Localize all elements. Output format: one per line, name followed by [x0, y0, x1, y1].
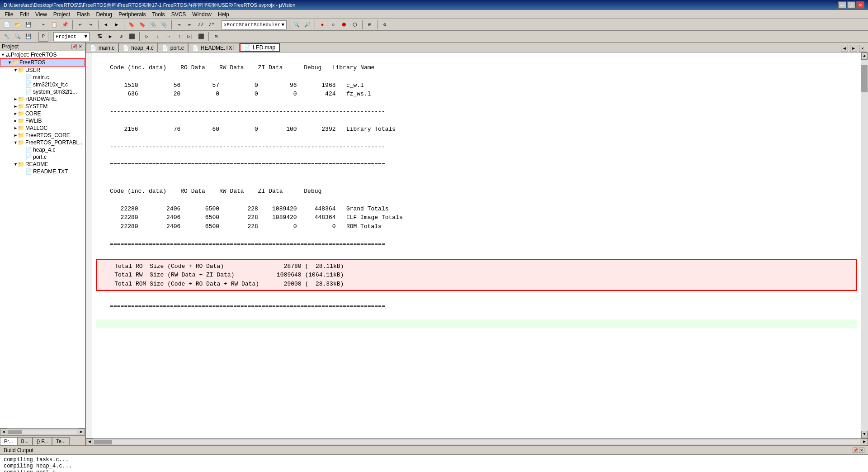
tree-item-user[interactable]: ▼ 📁 USER	[0, 67, 85, 74]
tb-bookmark[interactable]: 🔖	[127, 20, 137, 30]
tree-item-readme-folder[interactable]: ▼ 📁 README	[0, 161, 85, 168]
menu-edit[interactable]: Edit	[17, 11, 32, 18]
menu-file[interactable]: File	[2, 11, 16, 18]
tb2-run-cursor[interactable]: ▷|	[185, 32, 195, 42]
hscroll-track[interactable]	[94, 440, 860, 444]
editor-scroll-content[interactable]: Code (inc. data) RO Data RW Data ZI Data…	[86, 52, 861, 438]
tb-undo[interactable]: ↩	[75, 20, 85, 30]
tb2-stop[interactable]: ⬛	[127, 32, 137, 42]
tb2-mem[interactable]: M	[211, 32, 221, 42]
tb-cut[interactable]: ✂	[38, 20, 48, 30]
maximize-button[interactable]: □	[847, 1, 855, 9]
tb2-debug-start[interactable]: ▷	[142, 32, 152, 42]
tab-led-map[interactable]: 📄 LED.map	[240, 43, 280, 52]
tb-paste[interactable]: 📌	[60, 20, 70, 30]
vscroll-track[interactable]	[861, 60, 868, 431]
tree-item-readme-txt[interactable]: 📄 README.TXT	[0, 168, 85, 175]
menu-project[interactable]: Project	[51, 11, 73, 18]
tb-bookmark2[interactable]: 🔖	[137, 20, 147, 30]
tb-window[interactable]: ⊞	[365, 20, 375, 30]
tb2-save-all[interactable]: 💾	[24, 32, 33, 42]
tb-bookmark3[interactable]: 📎	[148, 20, 158, 30]
menu-peripherals[interactable]: Peripherals	[116, 11, 149, 18]
tb2-1[interactable]: 🔧	[2, 32, 12, 42]
menu-tools[interactable]: Tools	[150, 11, 168, 18]
tb-build2[interactable]: ○	[328, 20, 338, 30]
tree-item-main-c[interactable]: 📄 main.c	[0, 74, 85, 81]
tab-heap4-c[interactable]: 📄 heap_4.c	[118, 43, 157, 52]
tree-item-portc[interactable]: 📄 port.c	[0, 153, 85, 161]
tb-comment[interactable]: //	[196, 20, 206, 30]
menu-window[interactable]: Window	[189, 11, 214, 18]
tb-build3[interactable]: ⬟	[339, 20, 349, 30]
tb-save[interactable]: 💾	[24, 20, 33, 30]
tree-item-system-folder[interactable]: ► 📁 SYSTEM	[0, 103, 85, 110]
hscroll-track[interactable]	[8, 430, 77, 434]
tree-item-freertos[interactable]: ▼ 📁 FreeRTOS	[0, 58, 85, 67]
minimize-button[interactable]: —	[838, 1, 846, 9]
editor-hscroll[interactable]: ◄ ►	[86, 438, 868, 445]
tb2-step-out[interactable]: ↑	[175, 32, 184, 42]
tb-search1[interactable]: 🔍	[292, 20, 302, 30]
function-dropdown[interactable]: xPortStartScheduler ▼	[222, 20, 287, 29]
menu-svcs[interactable]: SVCS	[169, 11, 189, 18]
hscroll-left[interactable]: ◄	[0, 429, 7, 436]
tb2-compile[interactable]: 🏗	[94, 32, 104, 42]
tb-search2[interactable]: 🔎	[302, 20, 312, 30]
tab-port-c[interactable]: 📄 port.c	[158, 43, 188, 52]
tb-nav-fwd[interactable]: ►	[112, 20, 122, 30]
tb2-rebuild[interactable]: ↺	[116, 32, 126, 42]
hscroll-left-btn[interactable]: ◄	[86, 439, 93, 446]
tree-item-stm32-it[interactable]: 📄 stm32f10x_it.c	[0, 81, 85, 88]
tb-new[interactable]: 📄	[2, 20, 12, 30]
tb2-2[interactable]: 🔍	[13, 32, 23, 42]
tb2-project[interactable]: P	[38, 32, 48, 42]
tree-item-heap4[interactable]: 📄 heap_4.c	[0, 146, 85, 153]
tree-item-core[interactable]: ► 📁 CORE	[0, 110, 85, 117]
build-output-pin[interactable]: 📌	[853, 448, 858, 453]
tb-outdent[interactable]: ⇤	[185, 20, 195, 30]
project-panel-close[interactable]: ✕	[78, 44, 83, 49]
tb-bookmark4[interactable]: 📎	[159, 20, 169, 30]
tree-item-freertos-port[interactable]: ▼ 📁 FreeRTOS_PORTABL...	[0, 139, 85, 146]
tab-close-active[interactable]: ✕	[859, 45, 866, 52]
tb-indent[interactable]: ⇥	[174, 20, 184, 30]
tb2-step-over[interactable]: →	[164, 32, 174, 42]
tree-item-hardware[interactable]: ► 📁 HARDWARE	[0, 95, 85, 103]
tb-settings[interactable]: ⚙	[380, 20, 390, 30]
tb-build4[interactable]: ⬡	[350, 20, 360, 30]
menu-help[interactable]: Help	[215, 11, 232, 18]
tab-scroll-right[interactable]: ►	[850, 45, 857, 52]
proj-tab-pr[interactable]: Pr...	[0, 437, 17, 445]
tb-uncomment[interactable]: /*	[207, 20, 217, 30]
proj-tab-te[interactable]: Te...	[52, 437, 70, 445]
tree-item-freertos-core[interactable]: ► 📁 FreeRTOS_CORE	[0, 132, 85, 139]
tree-item-project-root[interactable]: ▼ 🖧 Project: FreeRTOS	[0, 51, 85, 58]
tree-item-fwlib[interactable]: ► 📁 FWLIB	[0, 117, 85, 124]
tab-main-c[interactable]: 📄 main.c	[86, 43, 118, 52]
tab-readme[interactable]: 📄 README.TXT	[188, 43, 240, 52]
menu-debug[interactable]: Debug	[94, 11, 115, 18]
current-cursor-line[interactable]	[96, 319, 857, 329]
project-hscroll[interactable]: ◄ ►	[0, 428, 85, 435]
tb2-build[interactable]: ▶	[105, 32, 115, 42]
tb-nav-back[interactable]: ◄	[101, 20, 111, 30]
editor-vscroll[interactable]: ▲ ▼	[861, 52, 868, 438]
tb-open[interactable]: 📂	[13, 20, 23, 30]
menu-flash[interactable]: Flash	[74, 11, 92, 18]
menu-view[interactable]: View	[33, 11, 50, 18]
vscroll-down[interactable]: ▼	[861, 431, 868, 438]
project-panel-pin[interactable]: 📌	[71, 44, 77, 49]
tb-build1[interactable]: ●	[317, 20, 327, 30]
build-output-close[interactable]: ✕	[859, 448, 864, 453]
tb2-stop-debug[interactable]: ⬛	[196, 32, 206, 42]
project-dropdown[interactable]: Project ▼	[53, 32, 90, 41]
vscroll-up[interactable]: ▲	[861, 52, 868, 60]
tree-item-malloc[interactable]: ► 📁 MALLOC	[0, 124, 85, 132]
proj-tab-b[interactable]: B...	[17, 437, 33, 445]
hscroll-right-btn[interactable]: ►	[861, 439, 868, 446]
close-button[interactable]: ✕	[856, 1, 864, 9]
proj-tab-f[interactable]: {} F...	[33, 437, 52, 445]
tab-scroll-left[interactable]: ◄	[841, 45, 848, 52]
tb-redo[interactable]: ↪	[86, 20, 96, 30]
